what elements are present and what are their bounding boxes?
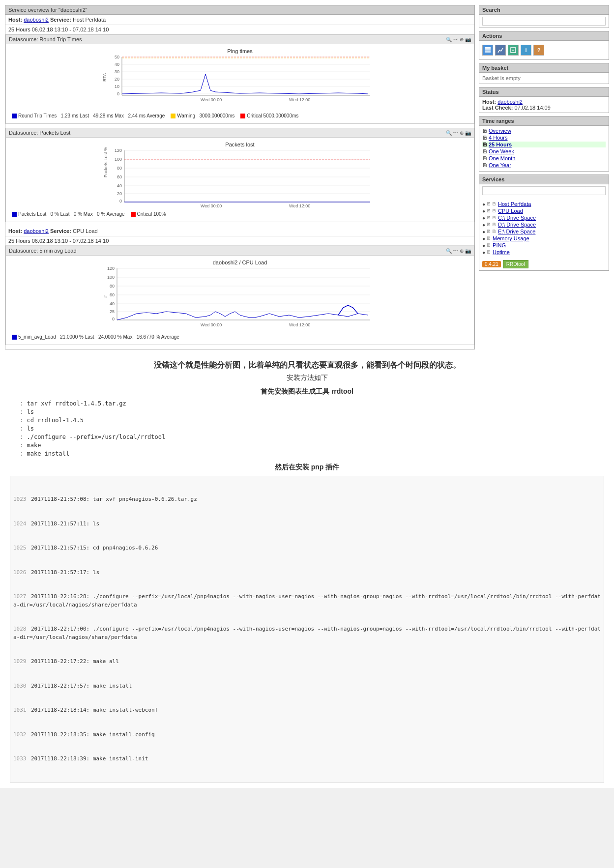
- status-content: Host: daoboshi2 Last Check: 07.02.18 14:…: [479, 97, 609, 113]
- chinese-heading-1: 没错这个就是性能分析图，比着单纯的只看状态要直观很多，能看到各个时间段的状态。: [10, 360, 604, 371]
- svg-text:120: 120: [107, 266, 115, 271]
- ds-icon-wave[interactable]: 〰: [453, 37, 458, 42]
- svc-icons-cdrive: 🖹 🖹: [487, 215, 497, 220]
- datasource-header-1: Datasource: Round Trip Times 🔍 〰 ⊕ 📷: [6, 35, 474, 44]
- time-range-link-month[interactable]: One Month: [489, 155, 515, 161]
- svc-icon-multi2: 🖹: [492, 208, 497, 213]
- chart3-legend: 5_min_avg_Load 21.0000 % Last 24.0000 % …: [9, 332, 471, 342]
- service-link-cdrive[interactable]: C:\ Drive Space: [498, 215, 536, 221]
- tr-icon-month: 🖹: [482, 156, 487, 161]
- svg-text:80: 80: [117, 166, 122, 171]
- time-range-link-4h[interactable]: 4 Hours: [489, 135, 508, 141]
- datasource-icons-2: 🔍 〰 ⊕ 📷: [446, 130, 471, 136]
- host-value-1[interactable]: daoboshi2: [24, 17, 49, 23]
- svg-rect-56: [485, 51, 491, 53]
- ds2-icon-plus[interactable]: ⊕: [460, 130, 464, 136]
- legend-item-warning: Warning 3000.000000ms: [171, 113, 234, 118]
- ds3-icon-zoom[interactable]: 🔍: [446, 248, 452, 254]
- svc-icon-multi4: 🖹: [492, 222, 497, 227]
- service-link-ping[interactable]: PING: [493, 242, 506, 248]
- service-link-edrive[interactable]: E:\ Drive Space: [498, 229, 535, 234]
- chart-svg-3: daoboshi2 / CPU Load # 120: [9, 259, 471, 332]
- datasource-header-3: Datasource: 5 min avg Load 🔍 〰 ⊕ 📷: [6, 246, 474, 256]
- install-heading: 首先安装图表生成工具 rrdtool: [10, 387, 604, 396]
- code-line-1027: 102720171118-22:16:28: ./configure --per…: [13, 593, 601, 609]
- datasource-icons-3: 🔍 〰 ⊕ 📷: [446, 248, 471, 254]
- svg-rect-54: [485, 47, 491, 49]
- service-link-memory[interactable]: Memory Usage: [493, 235, 529, 241]
- status-lastcheck-value: 07.02.18 14:09: [514, 105, 550, 111]
- chart-area-3: daoboshi2 / CPU Load # 120: [6, 256, 474, 345]
- time-range-link-25h[interactable]: 25 Hours: [489, 142, 512, 147]
- svc-bullet-cpuload: ●: [482, 208, 485, 214]
- datasource-title-1: Datasource: Round Trip Times: [9, 36, 82, 42]
- ds3-icon-plus[interactable]: ⊕: [460, 248, 464, 254]
- host-value-2[interactable]: daoboshi2: [24, 228, 49, 234]
- svc-icon-graph3: 🖹: [487, 215, 491, 220]
- svc-icon-multi3: 🖹: [492, 215, 497, 220]
- time-range-month: 🖹 One Month: [482, 155, 606, 161]
- search-input[interactable]: [482, 17, 606, 26]
- svc-icon-graph6: 🖹: [487, 236, 491, 241]
- service-link-uptime[interactable]: Uptime: [493, 249, 510, 255]
- legend-item-rtt: Round Trip Times 1.23 ms Last 49.28 ms M…: [12, 113, 165, 118]
- ds-icon-camera[interactable]: 📷: [465, 37, 471, 42]
- basket-content: Basket is empty: [479, 73, 609, 84]
- service-label-1: Service:: [50, 17, 71, 23]
- action-icon-table[interactable]: [482, 45, 493, 56]
- svc-icons-memory: 🖹: [487, 236, 491, 241]
- svg-text:10: 10: [115, 84, 119, 89]
- ds3-icon-camera[interactable]: 📷: [465, 248, 471, 254]
- service-value-2: CPU Load: [73, 228, 98, 234]
- ds2-icon-zoom[interactable]: 🔍: [446, 130, 452, 136]
- tr-icon-4h: 🖹: [482, 135, 487, 141]
- legend-item-packets: Packets Lost 0 % Last 0 % Max 0 % Averag…: [12, 211, 125, 217]
- search-content: [479, 15, 609, 28]
- svg-text:100: 100: [115, 157, 122, 162]
- time-range-year: 🖹 One Year: [482, 162, 606, 168]
- status-host-label: Host:: [482, 99, 496, 105]
- services-list: ● 🖹 🖹 Host Perfdata ● 🖹 🖹: [479, 199, 609, 258]
- rrdtool-button[interactable]: RRDtool: [503, 260, 528, 268]
- svc-icons-hostperfdata: 🖹 🖹: [487, 202, 497, 206]
- actions-content: i ?: [479, 41, 609, 59]
- ds2-icon-camera[interactable]: 📷: [465, 130, 471, 136]
- action-icon-info[interactable]: i: [521, 45, 531, 56]
- svg-text:Wed 00:00: Wed 00:00: [201, 97, 222, 102]
- cmd-7: make install: [20, 450, 604, 457]
- datasource-header-2: Datasource: Packets Lost 🔍 〰 ⊕ 📷: [6, 128, 474, 138]
- ds2-icon-wave[interactable]: 〰: [453, 130, 458, 136]
- services-search-input[interactable]: [482, 186, 606, 195]
- service-link-cpuload[interactable]: CPU Load: [498, 208, 523, 214]
- ds3-icon-wave[interactable]: 〰: [453, 248, 458, 254]
- command-list: tar xvf rrdtool-1.4.5.tar.gz ls cd rrdto…: [20, 400, 604, 457]
- bottom-content: 没错这个就是性能分析图，比着单纯的只看状态要直观很多，能看到各个时间段的状态。 …: [5, 360, 609, 783]
- host-label-2: Host:: [8, 228, 22, 234]
- service-link-hostperfdata[interactable]: Host Perfdata: [498, 201, 531, 207]
- status-host-value[interactable]: daoboshi2: [497, 99, 523, 105]
- action-icon-graph[interactable]: [495, 45, 506, 56]
- code-line-1033: 103320171118-22:18:39: make install-init: [13, 755, 601, 763]
- search-section: Search: [479, 5, 609, 28]
- time-range-link-week[interactable]: One Week: [489, 148, 514, 154]
- chart-svg-2: Packets lost Packets Lost % 120: [9, 141, 471, 209]
- svg-text:50: 50: [115, 55, 119, 59]
- time-range-link-year[interactable]: One Year: [489, 162, 511, 168]
- time-range-link-overview[interactable]: Overview: [489, 128, 511, 134]
- status-section: Status Host: daoboshi2 Last Check: 07.02…: [479, 87, 609, 113]
- svg-text:Wed 00:00: Wed 00:00: [201, 322, 222, 327]
- code-line-1024: 102420171118-21:57:11: ls: [13, 520, 601, 528]
- svg-text:Wed 12:00: Wed 12:00: [289, 322, 310, 327]
- cmd-1: tar xvf rrdtool-1.4.5.tar.gz: [20, 400, 604, 407]
- ds-icon-plus[interactable]: ⊕: [460, 37, 464, 42]
- services-section: Services ● 🖹 🖹 Host Perfdata: [479, 174, 609, 271]
- cmd-4: ls: [20, 425, 604, 432]
- ds-icon-zoom[interactable]: 🔍: [446, 37, 452, 42]
- action-icon-export[interactable]: [508, 45, 519, 56]
- svc-icon-graph2: 🖹: [487, 208, 491, 213]
- action-icon-help[interactable]: ?: [533, 45, 544, 56]
- chart3-yaxis: #: [103, 295, 108, 298]
- svc-icon-graph5: 🖹: [487, 229, 491, 234]
- chart-area-1: Ping times RTA: [6, 44, 474, 123]
- service-link-ddrive[interactable]: D:\ Drive Space: [498, 222, 536, 228]
